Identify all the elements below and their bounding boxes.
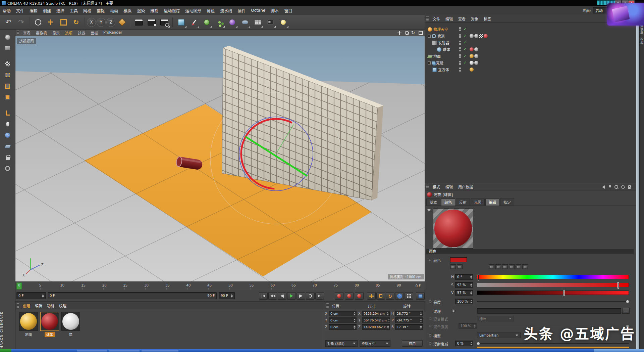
scene-3d[interactable]: Z X bbox=[15, 36, 425, 281]
size-field[interactable]: 56476.542 cm bbox=[362, 317, 390, 323]
edge-mode-button[interactable] bbox=[2, 81, 13, 92]
stepper-icon[interactable] bbox=[387, 312, 389, 315]
rot-field[interactable]: -34.775 ° bbox=[395, 317, 423, 323]
pan-icon[interactable] bbox=[397, 31, 402, 35]
white-tag-icon[interactable] bbox=[470, 61, 474, 65]
enabled-check-icon[interactable]: ✓ bbox=[464, 40, 467, 45]
axis-z-lock-button[interactable]: Z bbox=[106, 18, 115, 27]
object-manager-menu-item[interactable]: 标签 bbox=[481, 16, 494, 21]
color-wheel-icon[interactable] bbox=[457, 264, 463, 269]
maximize-icon[interactable] bbox=[418, 31, 423, 35]
stepper-icon[interactable] bbox=[231, 294, 233, 298]
enabled-check-icon[interactable]: ✓ bbox=[464, 54, 467, 58]
menubar-item[interactable]: 渲染 bbox=[134, 8, 148, 13]
slider-marker[interactable] bbox=[618, 282, 619, 288]
object-label[interactable]: 地面 bbox=[433, 53, 441, 59]
viewport-menu-item[interactable]: 面板 bbox=[88, 30, 101, 36]
viewport-solo-button[interactable] bbox=[2, 119, 13, 130]
object-label[interactable]: 立方体 bbox=[438, 67, 449, 72]
hue-input[interactable]: 0 ° bbox=[455, 274, 473, 280]
key-rotation-button[interactable] bbox=[386, 292, 394, 300]
object-label[interactable]: 克隆 bbox=[436, 60, 443, 65]
cube-button[interactable] bbox=[175, 16, 187, 28]
red-tag-icon[interactable] bbox=[470, 47, 474, 51]
array-button[interactable] bbox=[213, 16, 225, 28]
material-menu-item[interactable]: 纹理 bbox=[57, 303, 69, 308]
visibility-dots-icon[interactable] bbox=[459, 34, 461, 38]
color-picker-icon[interactable] bbox=[522, 264, 528, 269]
play-button[interactable] bbox=[287, 292, 296, 300]
gold-tag-icon[interactable] bbox=[470, 68, 474, 72]
object-manager-menu-item[interactable]: 查看 bbox=[455, 16, 468, 21]
coord-system-button[interactable] bbox=[116, 16, 128, 28]
pen-button[interactable] bbox=[188, 16, 200, 28]
windows-taskbar[interactable] bbox=[0, 349, 644, 352]
render-settings-button[interactable] bbox=[158, 16, 170, 28]
rot-field[interactable]: 28.772 ° bbox=[395, 311, 423, 316]
object-row[interactable]: 发射器✓ bbox=[425, 39, 636, 46]
menubar-item[interactable]: 插件 bbox=[235, 8, 248, 13]
texture-mode-button[interactable] bbox=[2, 58, 13, 70]
menubar-item[interactable]: 流水线 bbox=[217, 8, 235, 13]
prev-frame-button[interactable] bbox=[278, 292, 286, 300]
value-slider[interactable] bbox=[477, 291, 629, 295]
menubar-item[interactable]: 工具 bbox=[67, 8, 80, 13]
panel-grip[interactable] bbox=[17, 303, 19, 308]
enabled-check-icon[interactable]: ✓ bbox=[464, 47, 467, 51]
polygon-mode-button[interactable] bbox=[2, 92, 13, 103]
make-editable-button[interactable] bbox=[2, 32, 13, 43]
color-mixer-icon[interactable] bbox=[509, 264, 515, 269]
stepper-icon[interactable] bbox=[388, 319, 390, 322]
menubar-item[interactable]: 网格 bbox=[80, 8, 94, 13]
preview-range-slider[interactable]: 0 F90 F bbox=[48, 292, 217, 299]
material-menu-item[interactable]: 创建 bbox=[20, 303, 33, 308]
attribute-menu-item[interactable]: 模式 bbox=[430, 184, 443, 189]
slider-marker[interactable] bbox=[564, 290, 564, 296]
key-parameter-button[interactable] bbox=[395, 292, 404, 300]
light-button[interactable] bbox=[277, 16, 289, 28]
camera-button[interactable] bbox=[264, 16, 276, 28]
object-label[interactable]: 球体 bbox=[443, 47, 450, 52]
panel-grip[interactable] bbox=[326, 303, 329, 308]
enabled-check-icon[interactable]: ✓ bbox=[464, 27, 467, 31]
anim-dot-icon[interactable] bbox=[429, 259, 431, 261]
visibility-dots-icon[interactable] bbox=[459, 47, 461, 51]
stepper-icon[interactable] bbox=[387, 325, 389, 329]
sky-button[interactable] bbox=[226, 16, 238, 28]
pin-icon[interactable] bbox=[608, 185, 612, 189]
falloff-input[interactable]: 0 % bbox=[455, 341, 473, 346]
menubar-item[interactable]: 脚本 bbox=[268, 8, 281, 13]
menubar-item[interactable]: 编辑 bbox=[27, 8, 40, 13]
redo-button[interactable] bbox=[15, 16, 27, 28]
lock-button[interactable] bbox=[2, 152, 13, 163]
undo-button[interactable] bbox=[2, 16, 14, 28]
key-position-button[interactable] bbox=[367, 292, 376, 300]
rot-field[interactable]: 17.39 ° bbox=[395, 324, 423, 330]
brightness-slider[interactable] bbox=[477, 301, 629, 302]
enabled-check-icon[interactable]: ✓ bbox=[464, 60, 467, 65]
scale-button[interactable] bbox=[57, 16, 69, 28]
size-field[interactable]: 9153.294 cm bbox=[362, 311, 390, 316]
anim-dot-icon[interactable] bbox=[429, 342, 431, 345]
object-row[interactable]: 克隆✓ bbox=[425, 59, 636, 66]
stepper-icon[interactable] bbox=[354, 319, 356, 322]
object-row[interactable]: 地面✓ bbox=[425, 53, 636, 59]
tab-颜色[interactable]: 颜色 bbox=[441, 199, 455, 206]
object-label[interactable]: 管道 bbox=[437, 33, 445, 39]
panel-grip[interactable] bbox=[17, 31, 19, 35]
menubar-item[interactable]: 窗口 bbox=[281, 8, 295, 13]
object-row[interactable]: 物理天空✓ bbox=[425, 26, 636, 33]
rgb-mode-icon[interactable] bbox=[489, 264, 494, 269]
record-keyframe-button[interactable] bbox=[335, 292, 343, 300]
menubar-item[interactable]: 雕刻 bbox=[148, 8, 161, 13]
rotate-button[interactable] bbox=[70, 16, 82, 28]
axis-x-lock-button[interactable]: X bbox=[87, 18, 96, 27]
visibility-dots-icon[interactable] bbox=[459, 54, 461, 58]
gear-icon[interactable] bbox=[621, 185, 625, 189]
range-end-input[interactable]: 90 F bbox=[219, 292, 235, 299]
material-menu-item[interactable]: 编辑 bbox=[33, 303, 45, 308]
object-manager-menu-item[interactable]: 文件 bbox=[430, 16, 443, 21]
viewport-menu-item[interactable]: 摄像机 bbox=[33, 30, 50, 36]
lock-icon[interactable] bbox=[627, 185, 631, 189]
panel-grip[interactable] bbox=[426, 16, 429, 21]
